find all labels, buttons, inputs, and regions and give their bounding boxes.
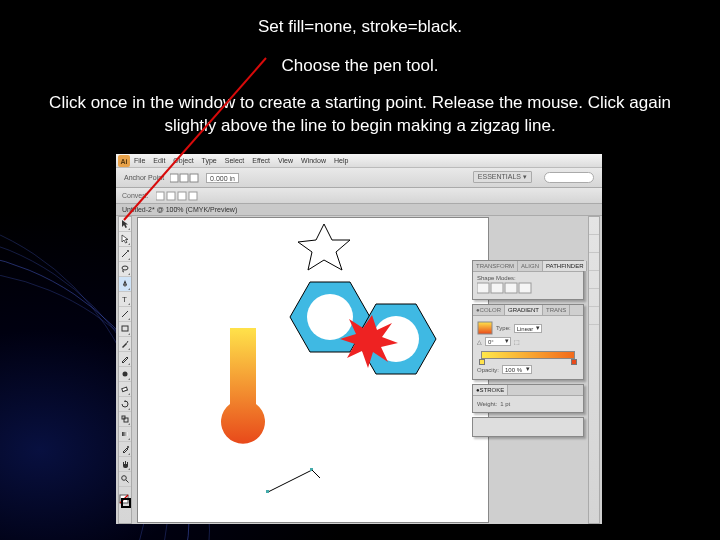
collapsed-panel[interactable] [472, 417, 584, 437]
svg-rect-32 [491, 283, 503, 293]
rotate-tool[interactable] [119, 397, 131, 412]
svg-line-27 [268, 470, 312, 492]
weight-field[interactable]: 1 pt [500, 401, 530, 407]
svg-rect-20 [122, 432, 128, 436]
svg-rect-17 [122, 387, 128, 392]
pathfinder-panel[interactable]: TRANSFORM ALIGN PATHFINDER Shape Modes: [472, 260, 584, 300]
svg-line-8 [122, 252, 127, 257]
tab-stroke[interactable]: ●STROKE [473, 385, 508, 395]
canvas-artwork [138, 218, 488, 522]
svg-rect-35 [478, 322, 492, 334]
svg-point-16 [123, 372, 128, 377]
svg-rect-14 [122, 326, 128, 331]
opacity-field[interactable]: 100 % [502, 365, 532, 374]
toolbox: T [118, 216, 132, 524]
stroke-panel[interactable]: ●STROKE Weight: 1 pt [472, 384, 584, 413]
weight-label: Weight: [477, 401, 497, 407]
tab-align[interactable]: ALIGN [518, 261, 543, 271]
pen-tool[interactable] [119, 277, 131, 292]
right-dock[interactable] [588, 216, 600, 524]
zoom-tool[interactable] [119, 472, 131, 487]
instruction-line-3: Click once in the window to create a sta… [0, 78, 720, 138]
lasso-tool[interactable] [119, 262, 131, 277]
slide-root: Set fill=none, stroke=black. Choose the … [0, 0, 720, 540]
svg-text:T: T [122, 295, 127, 304]
panel-stack: TRANSFORM ALIGN PATHFINDER Shape Modes: [472, 260, 584, 441]
tab-transparency[interactable]: TRANS [543, 305, 570, 315]
svg-point-10 [122, 266, 128, 270]
type-label: Type: [496, 325, 511, 331]
svg-line-0 [124, 58, 266, 220]
gradient-blob [221, 328, 265, 444]
svg-point-21 [127, 446, 129, 448]
eyedropper-tool[interactable] [119, 442, 131, 457]
blob-brush-tool[interactable] [119, 367, 131, 382]
svg-line-23 [126, 480, 129, 483]
hex-left-hole [307, 294, 353, 340]
gradient-panel[interactable]: ●COLOR GRADIENT TRANS Type: Linear △ 0° [472, 304, 584, 380]
fill-stroke-indicator[interactable] [119, 489, 131, 513]
gradient-slider[interactable] [477, 349, 579, 363]
tab-color[interactable]: ●COLOR [473, 305, 505, 315]
opacity-label: Opacity: [477, 367, 499, 373]
hand-tool[interactable] [119, 457, 131, 472]
svg-rect-28 [266, 490, 269, 493]
svg-line-30 [312, 470, 320, 478]
svg-line-15 [127, 341, 129, 344]
star-shape [298, 224, 350, 270]
workspace: T [116, 216, 602, 524]
svg-rect-34 [519, 283, 531, 293]
gradient-swatch-icon[interactable] [477, 321, 493, 335]
pencil-tool[interactable] [119, 352, 131, 367]
type-tool[interactable]: T [119, 292, 131, 307]
svg-rect-33 [505, 283, 517, 293]
svg-point-22 [122, 476, 127, 481]
tab-transform[interactable]: TRANSFORM [473, 261, 518, 271]
zigzag-line [266, 468, 320, 493]
gradient-type-dropdown[interactable]: Linear [514, 324, 543, 333]
aspect-icon: ⬚ [514, 338, 520, 345]
menu-item[interactable]: Help [334, 157, 348, 164]
direct-selection-tool[interactable] [119, 232, 131, 247]
instruction-line-1: Set fill=none, stroke=black. [0, 0, 720, 39]
magic-wand-tool[interactable] [119, 247, 131, 262]
gradient-tool[interactable] [119, 427, 131, 442]
tab-pathfinder[interactable]: PATHFINDER [543, 261, 587, 271]
tab-gradient[interactable]: GRADIENT [505, 305, 543, 315]
scale-tool[interactable] [119, 412, 131, 427]
eraser-tool[interactable] [119, 382, 131, 397]
paintbrush-tool[interactable] [119, 337, 131, 352]
artboard[interactable] [138, 218, 488, 522]
shape-mode-buttons[interactable] [477, 281, 577, 295]
angle-icon: △ [477, 338, 482, 345]
svg-point-9 [127, 250, 129, 252]
angle-field[interactable]: 0° [485, 337, 511, 346]
search-field[interactable] [544, 172, 594, 183]
svg-rect-31 [477, 283, 489, 293]
callout-arrow [116, 50, 316, 230]
svg-line-13 [122, 311, 128, 317]
instruction-line-2: Choose the pen tool. [0, 39, 720, 78]
workspace-switcher[interactable]: ESSENTIALS ▾ [473, 171, 532, 183]
rectangle-tool[interactable] [119, 322, 131, 337]
line-tool[interactable] [119, 307, 131, 322]
